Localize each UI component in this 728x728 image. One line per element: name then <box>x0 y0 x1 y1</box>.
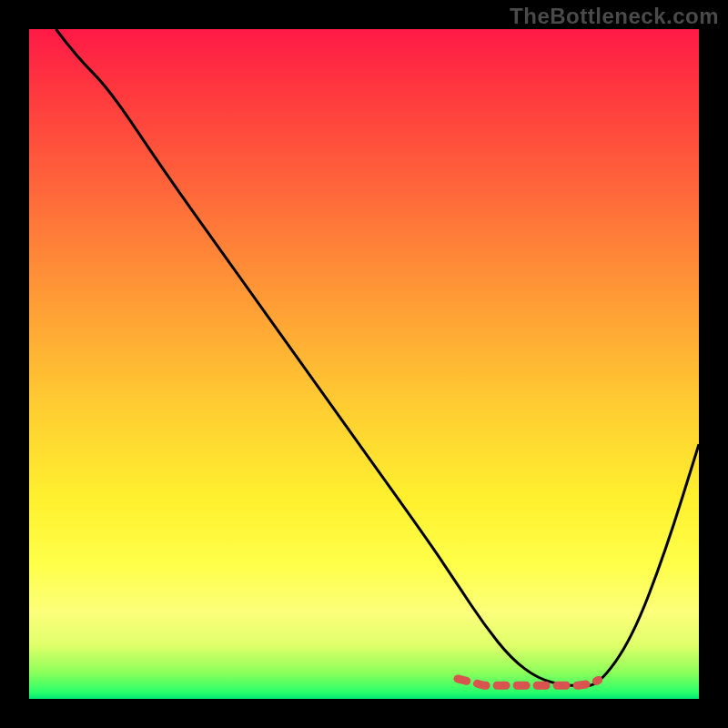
chart-container: TheBottleneck.com <box>0 0 728 728</box>
plot-area <box>29 29 699 699</box>
optimal-marker <box>458 679 599 685</box>
bottleneck-curve <box>56 29 699 685</box>
watermark-text: TheBottleneck.com <box>510 4 719 29</box>
curve-layer <box>29 29 699 699</box>
